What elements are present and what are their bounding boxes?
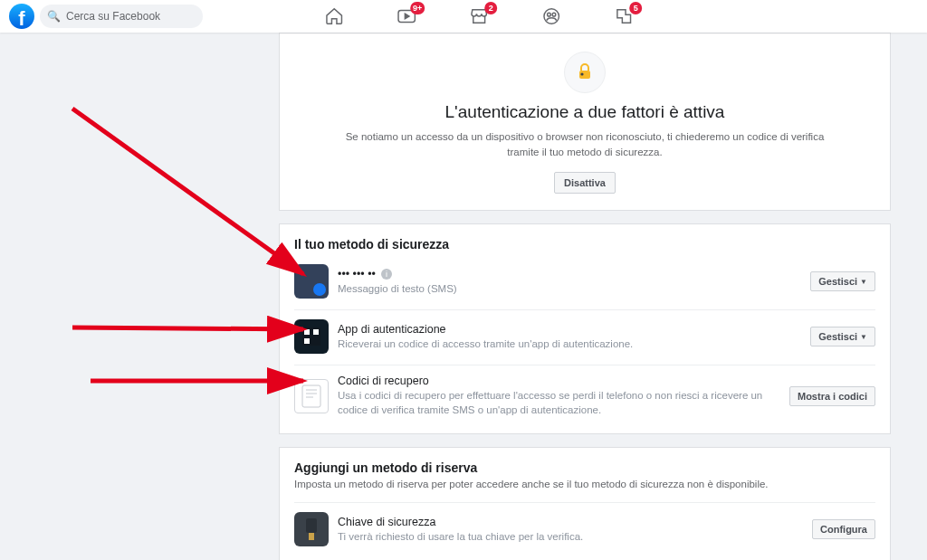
security-method-card: Il tuo metodo di sicurezza ••• ••• •• i … [279, 223, 891, 434]
recovery-codes-title: Codici di recupero [338, 375, 789, 387]
twofa-active-desc: Se notiamo un accesso da un dispositivo … [334, 129, 836, 159]
backup-method-card: Aggiungi un metodo di riserva Imposta un… [279, 447, 891, 560]
info-icon[interactable]: i [381, 269, 392, 280]
method-row-auth-app: App di autenticazione Riceverai un codic… [294, 309, 875, 365]
svg-rect-15 [309, 533, 314, 540]
nav-watch-icon[interactable]: 9+ [396, 5, 417, 27]
backup-heading: Aggiungi un metodo di riserva [294, 460, 875, 475]
search-input[interactable]: 🔍 Cerca su Facebook [40, 5, 203, 28]
svg-point-1 [544, 9, 559, 24]
gaming-badge: 5 [629, 2, 642, 14]
manage-sms-button[interactable]: Gestisci▼ [810, 271, 875, 291]
security-key-icon [294, 512, 329, 546]
nav-marketplace-icon[interactable]: 2 [468, 5, 490, 27]
svg-point-3 [552, 13, 556, 16]
auth-app-desc: Riceverai un codice di accesso tramite u… [338, 337, 810, 352]
svg-line-17 [72, 327, 303, 329]
backup-subtext: Imposta un metodo di riserva per poter a… [294, 479, 875, 489]
configure-key-button[interactable]: Configura [812, 519, 875, 539]
manage-auth-app-button[interactable]: Gestisci▼ [810, 327, 875, 346]
center-nav: 9+ 2 5 [323, 0, 635, 33]
topbar: 🔍 Cerca su Facebook 9+ 2 5 [0, 0, 927, 33]
watch-badge: 9+ [410, 2, 425, 14]
search-icon: 🔍 [47, 10, 61, 23]
sms-icon [294, 264, 329, 299]
marketplace-badge: 2 [484, 2, 497, 14]
twofa-active-title: L'autenticazione a due fattori è attiva [334, 102, 836, 122]
disable-twofa-button[interactable]: Disattiva [554, 172, 616, 194]
twofa-hero-card: L'autenticazione a due fattori è attiva … [279, 33, 891, 211]
svg-point-5 [580, 72, 583, 75]
security-key-title: Chiave di sicurezza [338, 516, 812, 528]
show-codes-button[interactable]: Mostra i codici [789, 386, 875, 406]
nav-home-icon[interactable] [323, 5, 345, 27]
settings-content: L'autenticazione a due fattori è attiva … [279, 33, 891, 560]
method-row-security-key: Chiave di sicurezza Ti verrà richiesto d… [294, 502, 875, 557]
chevron-down-icon: ▼ [860, 278, 867, 286]
svg-point-2 [548, 13, 551, 16]
security-method-heading: Il tuo metodo di sicurezza [294, 237, 875, 252]
sms-desc: Messaggio di testo (SMS) [338, 282, 810, 297]
nav-gaming-icon[interactable]: 5 [613, 5, 635, 27]
svg-rect-8 [313, 329, 319, 335]
svg-rect-7 [304, 329, 310, 335]
recovery-codes-desc: Usa i codici di recupero per effettuare … [338, 389, 789, 417]
method-row-sms: ••• ••• •• i Messaggio di testo (SMS) Ge… [294, 255, 875, 309]
facebook-logo[interactable] [9, 4, 34, 29]
auth-app-icon [294, 319, 329, 354]
nav-groups-icon[interactable] [540, 5, 562, 27]
svg-rect-9 [304, 338, 310, 344]
recovery-codes-icon [294, 379, 329, 413]
svg-rect-14 [306, 518, 317, 533]
security-key-desc: Ti verrà richiesto di usare la tua chiav… [338, 530, 812, 545]
sms-number-masked: ••• ••• •• [338, 268, 376, 280]
search-placeholder: Cerca su Facebook [66, 10, 160, 23]
svg-line-16 [72, 109, 303, 274]
chevron-down-icon: ▼ [860, 333, 867, 341]
svg-rect-10 [302, 385, 320, 407]
auth-app-title: App di autenticazione [338, 323, 810, 336]
method-row-recovery-codes: Codici di recupero Usa i codici di recup… [294, 365, 875, 428]
lock-icon [564, 52, 606, 93]
